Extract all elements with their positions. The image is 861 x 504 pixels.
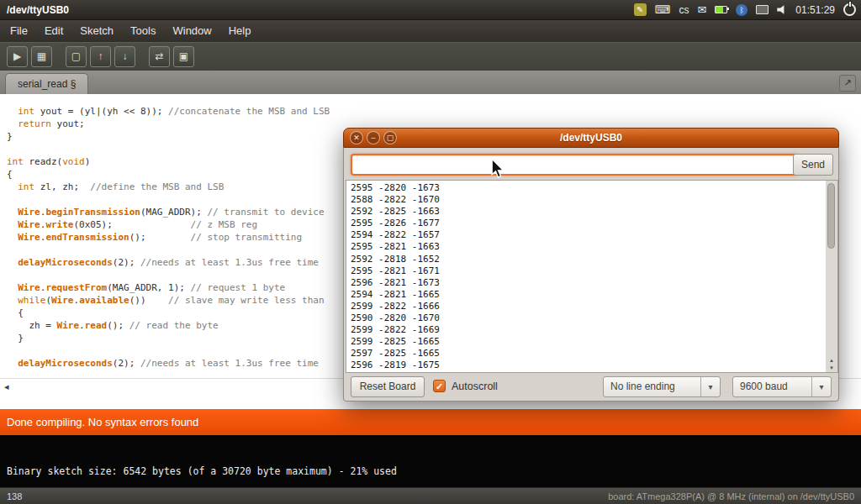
top-panel: /dev/ttyUSB0 ✎ ⌨ cs ✉ ᛒ 01:51:29 — [0, 0, 861, 20]
line-ending-dropdown[interactable]: No line ending ▾ — [603, 376, 721, 397]
menu-file[interactable]: File — [2, 20, 36, 42]
tab-serial-read[interactable]: serial_read § — [5, 73, 88, 94]
footer-status-bar: 138 board: ATmega328P(A) @ 8 MHz (intern… — [0, 487, 861, 504]
line-ending-value: No line ending — [610, 377, 675, 396]
serial-line: 2592 -2825 -1663 — [351, 206, 826, 218]
keyboard-icon[interactable]: ⌨ — [655, 4, 671, 16]
stop-button[interactable]: ▦ — [31, 46, 52, 67]
open-sketch-button[interactable]: ↑ — [90, 46, 111, 67]
baud-rate-dropdown[interactable]: 9600 baud ▾ — [732, 376, 832, 397]
menu-help[interactable]: Help — [220, 20, 260, 42]
pencil-icon: ✎ — [637, 5, 643, 14]
chevron-down-icon: ▾ — [811, 377, 831, 396]
tab-menu-button[interactable]: ↗ — [839, 75, 856, 92]
hscroll-left-arrow-icon[interactable]: ◂ — [4, 381, 9, 392]
serial-monitor-window: ✕ – ▢ /dev/ttyUSB0 Send 2595 -2820 -1673… — [343, 128, 839, 402]
window-controls: ✕ – ▢ — [350, 131, 397, 144]
serial-line: 2590 -2820 -1670 — [351, 312, 826, 324]
serial-line: 2595 -2820 -1673 — [351, 182, 826, 194]
toolbar: ▶▦▢↑↓⇄▣ — [0, 42, 861, 71]
code-line: int yout = (yl|(yh << 8)); //concatenate… — [7, 106, 861, 118]
scroll-up-icon[interactable]: ▴ — [830, 357, 833, 363]
build-console-text: Binary sketch size: 6542 bytes (of a 307… — [7, 465, 397, 477]
tab-bar: serial_read § ↗ — [0, 71, 861, 94]
serial-monitor-body: Send 2595 -2820 -16732588 -2822 -1670259… — [343, 148, 839, 402]
menu-bar: FileEditSketchToolsWindowHelp — [0, 20, 861, 42]
reset-board-button[interactable]: Reset Board — [351, 376, 425, 397]
bluetooth-icon[interactable]: ᛒ — [736, 4, 747, 16]
serial-line: 2592 -2818 -1652 — [351, 254, 826, 265]
serial-line: 2588 -2822 -1670 — [351, 194, 826, 206]
serial-send-input[interactable] — [351, 154, 798, 176]
menu-edit[interactable]: Edit — [36, 20, 71, 42]
system-tray: ✎ ⌨ cs ✉ ᛒ 01:51:29 — [634, 3, 856, 16]
autoscroll-checkbox[interactable]: ✓ — [433, 380, 446, 392]
serial-line: 2596 -2819 -1675 — [351, 360, 826, 371]
serial-line: 2599 -2822 -1669 — [351, 324, 826, 336]
mail-icon[interactable]: ✉ — [697, 3, 706, 16]
minimize-icon[interactable]: – — [367, 131, 380, 144]
serial-monitor-titlebar[interactable]: ✕ – ▢ /dev/ttyUSB0 — [343, 128, 839, 148]
upload-button[interactable]: ⇄ — [149, 46, 170, 67]
scroll-down-icon[interactable]: ▾ — [830, 365, 833, 370]
serial-line: 2594 -2821 -1665 — [351, 289, 826, 301]
serial-line: 2595 -2826 -1677 — [351, 218, 826, 229]
line-number-indicator: 138 — [7, 491, 22, 501]
board-info: board: ATmega328P(A) @ 8 MHz (internal) … — [608, 491, 854, 501]
battery-icon[interactable] — [715, 6, 727, 13]
scrollbar-thumb[interactable] — [827, 183, 835, 249]
serial-output-scrollbar[interactable]: ▴ ▾ — [826, 180, 838, 373]
verify-button[interactable]: ▶ — [7, 46, 28, 67]
network-icon[interactable] — [756, 5, 769, 14]
save-sketch-button[interactable]: ↓ — [114, 46, 135, 67]
serial-output[interactable]: 2595 -2820 -16732588 -2822 -16702592 -28… — [346, 180, 827, 373]
notes-indicator-icon[interactable]: ✎ — [634, 3, 647, 16]
window-title: /dev/ttyUSB0 — [7, 4, 69, 16]
serial-line: 2595 -2821 -1663 — [351, 241, 826, 253]
volume-icon[interactable] — [777, 5, 787, 14]
serial-line: 2599 -2825 -1665 — [351, 336, 826, 348]
session-power-icon[interactable] — [843, 3, 856, 16]
serial-line: 2599 -2822 -1666 — [351, 301, 826, 312]
scrollbar-arrows[interactable]: ▴ ▾ — [826, 356, 837, 371]
clock[interactable]: 01:51:29 — [795, 4, 835, 16]
serial-line: 2595 -2821 -1671 — [351, 265, 826, 277]
screen: /dev/ttyUSB0 ✎ ⌨ cs ✉ ᛒ 01:51:29 FileEdi… — [0, 0, 861, 504]
keyboard-layout-indicator[interactable]: cs — [679, 4, 689, 16]
serial-monitor-title: /dev/ttyUSB0 — [560, 132, 622, 144]
baud-rate-value: 9600 baud — [740, 377, 788, 396]
autoscroll-label: Autoscroll — [452, 381, 498, 392]
build-console: Binary sketch size: 6542 bytes (of a 307… — [0, 435, 861, 487]
serial-line: 2597 -2825 -1665 — [351, 348, 826, 360]
serial-line: 2596 -2821 -1673 — [351, 277, 826, 289]
send-button[interactable]: Send — [793, 154, 833, 176]
maximize-icon[interactable]: ▢ — [383, 131, 397, 144]
menu-sketch[interactable]: Sketch — [71, 20, 122, 42]
menu-window[interactable]: Window — [164, 20, 219, 42]
serial-monitor-button[interactable]: ▣ — [173, 46, 194, 67]
menu-tools[interactable]: Tools — [122, 20, 164, 42]
compile-status-message: Done compiling. No syntax errors found — [7, 416, 198, 428]
compile-status-bar: Done compiling. No syntax errors found — [0, 409, 861, 435]
chevron-down-icon: ▾ — [700, 377, 720, 396]
close-icon[interactable]: ✕ — [350, 131, 363, 144]
serial-line: 2594 -2822 -1657 — [351, 229, 826, 241]
new-sketch-button[interactable]: ▢ — [66, 46, 87, 67]
